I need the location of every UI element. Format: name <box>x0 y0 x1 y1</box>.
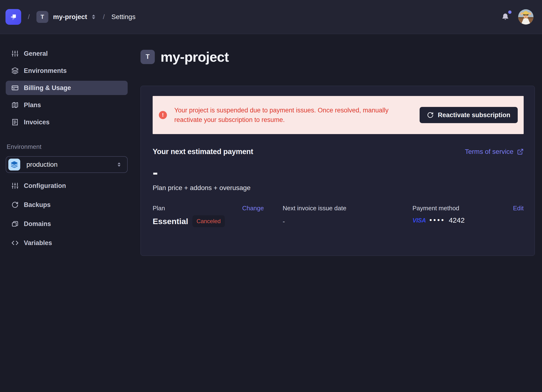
reactivate-button-label: Reactivate subscription <box>438 111 510 119</box>
payment-method-column: Payment method Edit VISA •••• 4242 <box>412 205 524 227</box>
sidebar-item-environments[interactable]: Environments <box>6 64 128 78</box>
terms-link-label: Terms of service <box>465 148 513 156</box>
sidebar-item-label: Domains <box>24 220 51 228</box>
card-masked-digits: •••• <box>429 216 445 224</box>
credit-card-icon <box>11 84 19 92</box>
sidebar-item-billing-usage[interactable]: Billing & Usage <box>6 81 128 95</box>
sidebar-item-label: Invoices <box>24 119 49 126</box>
code-icon <box>11 239 19 246</box>
chevrons-up-down-icon <box>91 14 96 20</box>
plan-name: Essential <box>153 217 188 226</box>
payment-method-value: VISA •••• 4242 <box>412 216 524 224</box>
app-logo-icon[interactable] <box>5 9 21 25</box>
card-last4: 4242 <box>449 216 465 224</box>
sidebar-item-invoices[interactable]: Invoices <box>6 115 128 129</box>
external-link-icon <box>517 148 524 155</box>
project-badge: T <box>36 11 48 23</box>
breadcrumb-project-name: my-project <box>53 13 87 21</box>
chevrons-up-down-icon <box>117 162 121 167</box>
notifications-button[interactable] <box>501 12 509 22</box>
sidebar-item-variables[interactable]: Variables <box>6 236 128 250</box>
sliders-icon <box>11 182 19 189</box>
avatar-image <box>518 9 533 25</box>
page-title: my-project <box>161 49 229 65</box>
layers-icon <box>11 161 18 168</box>
suspension-alert: ! Your project is suspended due to payme… <box>153 96 524 134</box>
payment-heading: Your next estimated payment <box>153 147 253 156</box>
sidebar-item-label: Variables <box>24 239 52 247</box>
invoice-column: Next invoice issue date - <box>283 205 412 227</box>
rotate-cw-icon <box>11 201 19 208</box>
alert-message: Your project is suspended due to payment… <box>174 105 412 125</box>
environment-tile <box>8 159 20 170</box>
bell-icon <box>501 12 509 22</box>
environment-select-value: production <box>27 161 110 168</box>
environment-select[interactable]: production <box>6 156 128 173</box>
logo-glyph-icon <box>9 12 18 22</box>
payment-header: Your next estimated payment Terms of ser… <box>153 147 524 156</box>
receipt-icon <box>11 119 19 126</box>
breadcrumb-separator: / <box>28 13 30 21</box>
edit-payment-link[interactable]: Edit <box>513 205 524 212</box>
sidebar-item-backups[interactable]: Backups <box>6 198 128 212</box>
project-switcher[interactable]: T my-project <box>36 11 96 23</box>
visa-logo: VISA <box>412 217 426 224</box>
plan-column: Plan Change Essential Canceled <box>153 205 264 227</box>
change-plan-link[interactable]: Change <box>242 205 264 212</box>
payment-formula: Plan price + addons + overusage <box>153 184 524 192</box>
sidebar-item-label: Configuration <box>24 182 66 190</box>
layers-icon <box>11 67 19 74</box>
plan-status-badge: Canceled <box>192 215 225 227</box>
stacked-windows-icon <box>11 220 19 228</box>
notification-dot <box>508 11 511 14</box>
invoice-date-label: Next invoice issue date <box>283 205 346 212</box>
billing-meta-row: Plan Change Essential Canceled Next invo… <box>153 205 524 241</box>
sidebar-item-label: General <box>24 50 48 57</box>
project-badge: T <box>141 50 155 64</box>
sidebar-item-plans[interactable]: Plans <box>6 98 128 112</box>
payment-method-label: Payment method <box>412 205 459 212</box>
rotate-cw-icon <box>427 112 434 118</box>
environment-section-label: Environment <box>7 143 128 151</box>
billing-card: ! Your project is suspended due to payme… <box>141 86 535 256</box>
sidebar-item-label: Environments <box>24 67 67 75</box>
reactivate-subscription-button[interactable]: Reactivate subscription <box>420 107 518 123</box>
main-content: T my-project ! Your project is suspended… <box>133 34 542 392</box>
sidebar-item-label: Plans <box>24 101 41 109</box>
plan-label: Plan <box>153 205 165 212</box>
top-navbar: / T my-project / Settings <box>0 0 542 34</box>
settings-sidebar: General Environments Billing & Usage <box>0 34 133 392</box>
avatar[interactable] <box>518 9 533 25</box>
sidebar-item-domains[interactable]: Domains <box>6 217 128 231</box>
sliders-icon <box>11 50 19 57</box>
map-icon <box>11 101 19 109</box>
sidebar-item-configuration[interactable]: Configuration <box>6 179 128 193</box>
breadcrumb-separator: / <box>103 13 105 21</box>
sidebar-item-general[interactable]: General <box>6 46 128 61</box>
estimated-payment-amount: - <box>153 166 524 178</box>
page-title-row: T my-project <box>141 49 535 65</box>
sidebar-item-label: Backups <box>24 201 51 209</box>
invoice-date-value: - <box>283 218 412 225</box>
terms-of-service-link[interactable]: Terms of service <box>465 148 524 156</box>
breadcrumb-settings[interactable]: Settings <box>111 13 136 21</box>
exclamation-circle-icon: ! <box>159 111 167 119</box>
sidebar-item-label: Billing & Usage <box>24 84 71 92</box>
